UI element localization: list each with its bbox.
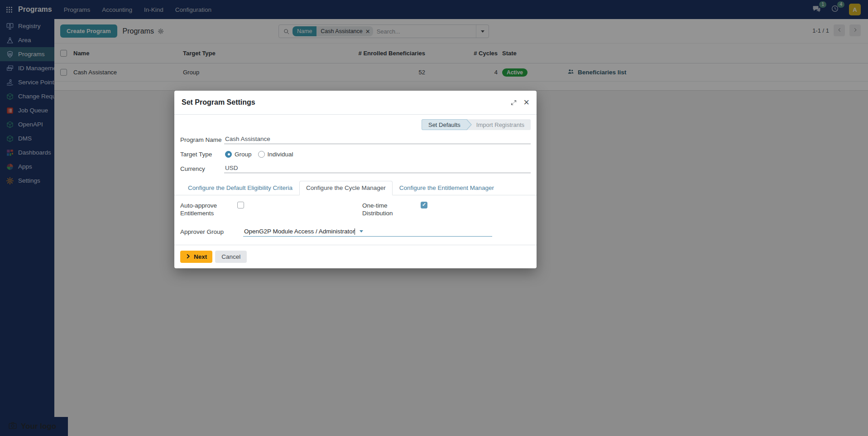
- cancel-button[interactable]: Cancel: [215, 251, 247, 263]
- radio-option-individual[interactable]: Individual: [258, 151, 293, 158]
- program-name-input[interactable]: Cash Assistance: [224, 135, 531, 144]
- target-type-row: Target Type Group Individual: [180, 149, 531, 159]
- approver-group-value: OpenG2P Module Access / Administrator: [244, 228, 355, 235]
- text-cursor: [355, 228, 355, 235]
- next-button[interactable]: Next: [180, 251, 212, 263]
- program-name-row: Program Name Cash Assistance: [180, 135, 531, 145]
- tab-entitlement-manager[interactable]: Configure the Entitlement Manager: [393, 181, 501, 195]
- next-button-label: Next: [194, 253, 207, 260]
- expand-icon[interactable]: [510, 99, 517, 106]
- radio-individual-label: Individual: [268, 151, 293, 158]
- approver-group-label: Approver Group: [180, 228, 243, 237]
- tab-cycle-manager[interactable]: Configure the Cycle Manager: [299, 181, 393, 195]
- approver-group-row: Approver Group OpenG2P Module Access / A…: [180, 228, 531, 237]
- cycle-manager-tab-content: Auto-approve Entitlements One-time Distr…: [180, 195, 531, 217]
- close-icon[interactable]: ×: [523, 97, 529, 107]
- modal-body: Set Defaults Import Registrants Program …: [174, 115, 537, 237]
- currency-row: Currency USD: [180, 164, 531, 174]
- currency-input[interactable]: USD: [224, 164, 531, 173]
- auto-approve-checkbox[interactable]: [237, 202, 244, 208]
- modal-title: Set Program Settings: [182, 98, 255, 107]
- auto-approve-label: Auto-approve Entitlements: [180, 202, 231, 217]
- tab-eligibility-criteria[interactable]: Configure the Default Eligibility Criter…: [181, 181, 299, 195]
- approver-group-select[interactable]: OpenG2P Module Access / Administrator: [243, 228, 492, 237]
- modal-footer: Next Cancel: [174, 245, 537, 268]
- radio-group-label: Group: [235, 151, 252, 158]
- modal-header: Set Program Settings ×: [174, 91, 537, 115]
- currency-label: Currency: [180, 165, 224, 172]
- one-time-distribution-label: One-time Distribution: [362, 202, 419, 217]
- chevron-right-icon: [186, 253, 191, 260]
- target-type-label: Target Type: [180, 151, 224, 158]
- radio-group-button[interactable]: [225, 151, 232, 158]
- set-program-settings-modal: Set Program Settings × Set Defaults Impo…: [174, 91, 537, 268]
- caret-down-icon[interactable]: [360, 230, 363, 233]
- radio-individual-button[interactable]: [258, 151, 265, 158]
- radio-option-group[interactable]: Group: [225, 151, 252, 158]
- modal-tabs: Configure the Default Eligibility Criter…: [174, 181, 537, 195]
- statusbar: Set Defaults Import Registrants: [180, 119, 531, 130]
- one-time-distribution-checkbox[interactable]: [421, 202, 427, 208]
- step-set-defaults[interactable]: Set Defaults: [422, 119, 467, 130]
- step-import-registrants[interactable]: Import Registrants: [467, 119, 531, 130]
- program-name-label: Program Name: [180, 136, 224, 143]
